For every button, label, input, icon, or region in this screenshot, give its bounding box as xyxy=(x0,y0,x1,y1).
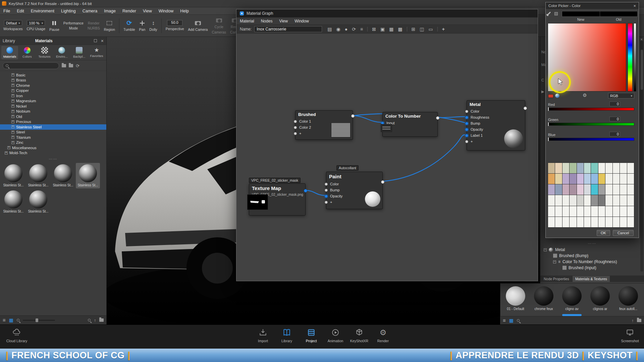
expand-icon[interactable] xyxy=(11,141,14,144)
color-swatch[interactable] xyxy=(627,163,634,173)
thumbnail-size-slider[interactable] xyxy=(23,320,55,321)
color-swatch[interactable] xyxy=(584,206,591,217)
color-swatch[interactable] xyxy=(577,174,584,184)
menu-item[interactable]: Image xyxy=(101,7,119,14)
color-swatch[interactable] xyxy=(562,184,569,195)
color-swatch[interactable] xyxy=(598,184,605,195)
color-swatch[interactable] xyxy=(605,206,612,217)
tab-textures[interactable]: Textures xyxy=(36,46,53,59)
tab-node-properties[interactable]: Node Properties xyxy=(541,276,572,282)
folder-icon[interactable] xyxy=(99,318,104,322)
expand-icon[interactable] xyxy=(11,120,14,123)
expand-icon[interactable] xyxy=(11,105,14,108)
color-swatch[interactable] xyxy=(577,184,584,195)
tree-item[interactable]: Old xyxy=(0,114,106,119)
color-swatch[interactable] xyxy=(577,195,584,205)
scene-material-thumbnail[interactable]: clignos ar xyxy=(587,286,613,311)
tree-item[interactable]: Chrome xyxy=(0,83,106,88)
expand-icon[interactable] xyxy=(11,73,14,76)
tab-environments[interactable]: Enviro... xyxy=(53,46,70,59)
gear-icon[interactable] xyxy=(583,93,587,98)
color-swatch[interactable] xyxy=(555,184,562,195)
folder-icon[interactable] xyxy=(69,64,73,67)
current-color-swatch[interactable] xyxy=(548,94,553,98)
align-nodes-icon[interactable] xyxy=(412,27,416,32)
scene-material-thumbnail[interactable]: 01 - Default xyxy=(502,286,529,311)
color-swatch[interactable] xyxy=(548,195,555,205)
add-node-icon[interactable] xyxy=(442,27,445,32)
expand-icon[interactable] xyxy=(11,125,14,128)
color-swatch[interactable] xyxy=(570,184,576,195)
dock-screenshot[interactable]: Screenshot xyxy=(618,327,642,343)
swatch-icon[interactable] xyxy=(554,12,558,15)
color-swatch[interactable] xyxy=(577,163,584,173)
preview-icon[interactable] xyxy=(327,27,332,32)
color-swatch[interactable] xyxy=(591,217,598,227)
color-swatch[interactable] xyxy=(620,206,627,217)
color-swatch[interactable] xyxy=(627,184,634,195)
pause-button[interactable]: Pause xyxy=(49,20,59,32)
fit-view-icon[interactable] xyxy=(429,27,433,32)
dock-keyshotxr[interactable]: KeyShotXR xyxy=(347,327,371,343)
menu-item[interactable]: Window xyxy=(291,19,312,23)
green-slider[interactable] xyxy=(548,123,634,126)
tab-materials[interactable]: Materials xyxy=(1,46,18,59)
color-swatch[interactable] xyxy=(605,195,612,205)
color-swatch[interactable] xyxy=(598,217,605,227)
slider-knob[interactable] xyxy=(548,122,549,126)
cpu-usage-select[interactable]: 100 % xyxy=(27,20,45,26)
color-swatch[interactable] xyxy=(591,195,598,205)
tree-item[interactable]: Miscellaneous xyxy=(0,145,106,150)
color-swatch[interactable] xyxy=(627,195,634,205)
add-camera-button[interactable]: Add Camera xyxy=(188,20,208,32)
expand-icon[interactable] xyxy=(11,100,14,103)
color-swatch[interactable] xyxy=(613,195,620,205)
menu-item[interactable]: File xyxy=(0,7,13,14)
refresh-icon[interactable] xyxy=(76,63,79,69)
color-swatch[interactable] xyxy=(613,217,620,227)
color-swatch[interactable] xyxy=(613,184,620,195)
material-thumbnail[interactable]: Stainless St... xyxy=(26,163,50,188)
tree-item[interactable]: Magnesium xyxy=(0,99,106,104)
expand-icon[interactable] xyxy=(11,84,14,87)
expand-icon[interactable] xyxy=(7,146,10,149)
menu-item[interactable]: Render xyxy=(119,7,140,14)
color-swatch[interactable] xyxy=(548,184,555,195)
tree-item[interactable]: Nickel xyxy=(0,104,106,109)
tree-item[interactable]: Niobium xyxy=(0,109,106,114)
output-port[interactable] xyxy=(381,180,384,184)
menu-item[interactable]: View xyxy=(140,7,155,14)
material-thumbnail[interactable]: Stainless St... xyxy=(1,163,25,188)
color-swatch[interactable] xyxy=(584,174,591,184)
color-swatch[interactable] xyxy=(584,184,591,195)
color-swatch[interactable] xyxy=(548,206,555,217)
eyedropper-icon[interactable] xyxy=(547,12,551,15)
duplicate-node-icon[interactable] xyxy=(380,27,385,32)
color-swatch[interactable] xyxy=(598,195,605,205)
menu-item[interactable]: View xyxy=(276,19,291,23)
material-graph-titlebar[interactable]: Material Graph xyxy=(236,9,538,17)
cycle-cameras-button[interactable]: Cycle Cameras xyxy=(212,17,226,34)
search-icon[interactable] xyxy=(88,319,91,321)
output-port[interactable] xyxy=(351,114,355,118)
menu-item[interactable]: Camera xyxy=(79,7,101,14)
color-swatch[interactable] xyxy=(570,217,576,227)
up-folder-icon[interactable] xyxy=(94,317,96,323)
material-thumbnail[interactable]: Stainless St... xyxy=(51,163,75,188)
menu-item[interactable]: Nodes xyxy=(258,19,276,23)
color-swatch[interactable] xyxy=(584,163,591,173)
dock-project[interactable]: Project xyxy=(299,327,323,343)
output-port[interactable] xyxy=(436,116,439,120)
color-swatch[interactable] xyxy=(620,163,627,173)
color-swatch[interactable] xyxy=(627,174,634,184)
cancel-button[interactable]: Cancel xyxy=(613,230,634,236)
node-port[interactable]: Roughness xyxy=(467,114,525,120)
color-swatch[interactable] xyxy=(577,217,584,227)
color-swatch[interactable] xyxy=(584,217,591,227)
tab-favorites[interactable]: Favorites xyxy=(88,46,105,59)
scene-material-thumbnail[interactable]: chrome feux xyxy=(531,286,557,311)
delete-node-icon[interactable] xyxy=(372,27,376,32)
tree-item-brushed-bump[interactable]: Brushed (Bump) xyxy=(540,253,644,259)
tree-item[interactable]: Precious xyxy=(0,119,106,125)
render-nurbs-button[interactable]: Render NURBS xyxy=(88,21,100,30)
